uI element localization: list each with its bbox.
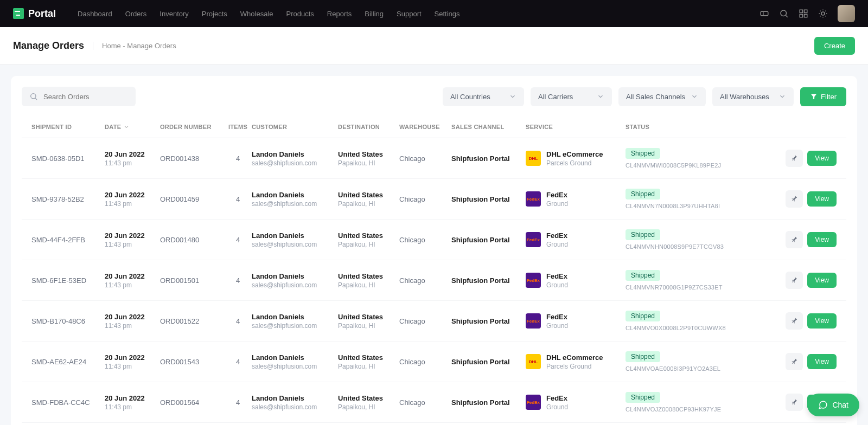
table-row: SMD-43EC-9D3420 Jun 202211:43 pmORD00158… xyxy=(22,423,846,425)
svg-point-1 xyxy=(781,10,787,16)
table-row: SMD-0638-05D120 Jun 202211:43 pmORD00143… xyxy=(22,138,846,179)
nav-item-settings[interactable]: Settings xyxy=(435,10,460,18)
pin-button[interactable] xyxy=(786,190,803,208)
table-row: SMD-B170-48C620 Jun 202211:43 pmORD00152… xyxy=(22,301,846,342)
chevron-down-icon xyxy=(778,93,786,100)
breadcrumb: Home - Manage Orders xyxy=(93,42,176,50)
pin-button[interactable] xyxy=(786,353,803,370)
view-button[interactable]: View xyxy=(807,273,837,288)
carrier-logo-icon: FedEx xyxy=(526,191,541,207)
col-service[interactable]: SERVICE xyxy=(526,124,626,130)
col-warehouse[interactable]: WAREHOUSE xyxy=(399,124,451,130)
nav-item-orders[interactable]: Orders xyxy=(125,10,147,18)
col-items[interactable]: ITEMS xyxy=(224,124,252,130)
filter-button[interactable]: Filter xyxy=(800,87,846,106)
cell-order-number: ORD001564 xyxy=(160,398,224,407)
col-order-number[interactable]: ORDER NUMBER xyxy=(160,124,224,130)
cell-customer: Landon Danielssales@shipfusion.com xyxy=(252,394,338,411)
nav-item-wholesale[interactable]: Wholesale xyxy=(240,10,273,18)
ticket-icon[interactable] xyxy=(760,9,769,18)
nav-item-projects[interactable]: Projects xyxy=(202,10,227,18)
pin-button[interactable] xyxy=(786,312,803,330)
cell-items: 4 xyxy=(224,276,252,285)
apps-grid-icon[interactable] xyxy=(799,9,808,18)
cell-actions: View xyxy=(761,272,837,289)
cell-items: 4 xyxy=(224,358,252,366)
cell-order-number: ORD001480 xyxy=(160,236,224,244)
carriers-dropdown[interactable]: All Carriers xyxy=(531,87,612,106)
col-date[interactable]: DATE xyxy=(105,124,160,130)
carriers-label: All Carriers xyxy=(538,93,573,101)
view-button[interactable]: View xyxy=(807,354,837,369)
nav-item-billing[interactable]: Billing xyxy=(365,10,384,18)
status-badge: Shipped xyxy=(626,148,660,159)
status-badge: Shipped xyxy=(626,189,660,199)
view-button[interactable]: View xyxy=(807,191,837,207)
status-badge: Shipped xyxy=(626,229,660,240)
cell-date: 20 Jun 202211:43 pm xyxy=(105,191,160,208)
col-destination[interactable]: DESTINATION xyxy=(338,124,399,130)
search-input[interactable] xyxy=(43,93,128,101)
search-box[interactable] xyxy=(22,87,136,106)
table-row: SMD-9378-52B220 Jun 202211:43 pmORD00145… xyxy=(22,179,846,220)
user-avatar[interactable] xyxy=(838,5,855,22)
cell-channel: Shipfusion Portal xyxy=(451,358,526,366)
cell-customer: Landon Danielssales@shipfusion.com xyxy=(252,191,338,208)
top-navbar: Portal DashboardOrdersInventoryProjectsW… xyxy=(0,0,868,27)
cell-actions: View xyxy=(761,312,837,330)
carrier-logo-icon: FedEx xyxy=(526,313,541,329)
chat-widget[interactable]: Chat xyxy=(807,394,859,416)
countries-dropdown[interactable]: All Countries xyxy=(443,87,524,106)
toolbar: All Countries All Carriers All Sales Cha… xyxy=(22,87,846,106)
nav-item-dashboard[interactable]: Dashboard xyxy=(78,10,112,18)
view-button[interactable]: View xyxy=(807,313,837,329)
nav-item-products[interactable]: Products xyxy=(286,10,314,18)
cell-channel: Shipfusion Portal xyxy=(451,236,526,244)
pin-icon xyxy=(790,195,798,203)
pin-button[interactable] xyxy=(786,272,803,289)
cell-destination: United StatesPapaikou, HI xyxy=(338,191,399,208)
cell-destination: United StatesPapaikou, HI xyxy=(338,313,399,330)
cell-shipment-id: SMD-6F1E-53ED xyxy=(31,276,105,285)
cell-customer: Landon Danielssales@shipfusion.com xyxy=(252,353,338,370)
col-customer[interactable]: CUSTOMER xyxy=(252,124,338,130)
cell-order-number: ORD001459 xyxy=(160,195,224,203)
cell-channel: Shipfusion Portal xyxy=(451,154,526,163)
search-icon[interactable] xyxy=(779,9,789,18)
pin-icon xyxy=(790,358,798,365)
cell-channel: Shipfusion Portal xyxy=(451,195,526,203)
cell-date: 20 Jun 202211:43 pm xyxy=(105,150,160,167)
nav-item-inventory[interactable]: Inventory xyxy=(159,10,188,18)
nav-item-reports[interactable]: Reports xyxy=(327,10,352,18)
view-button[interactable]: View xyxy=(807,151,837,166)
brand-logo[interactable]: Portal xyxy=(13,8,56,20)
pin-button[interactable] xyxy=(786,231,803,248)
nav-item-support[interactable]: Support xyxy=(397,10,422,18)
cell-items: 4 xyxy=(224,154,252,163)
tracking-number: CL4NMVNHN0008S9P9E7TCGV83 xyxy=(626,243,761,250)
chat-label: Chat xyxy=(832,401,848,409)
cell-actions: View xyxy=(761,190,837,208)
col-shipment-id[interactable]: SHIPMENT ID xyxy=(31,124,105,130)
breadcrumb-home[interactable]: Home xyxy=(102,42,121,50)
cell-warehouse: Chicago xyxy=(399,154,451,163)
col-status[interactable]: STATUS xyxy=(626,124,761,130)
pin-icon xyxy=(790,398,798,406)
pin-icon xyxy=(790,317,798,325)
cell-customer: Landon Danielssales@shipfusion.com xyxy=(252,150,338,167)
theme-toggle-icon[interactable] xyxy=(818,9,828,18)
warehouses-dropdown[interactable]: All Warehouses xyxy=(712,87,794,106)
cell-order-number: ORD001543 xyxy=(160,358,224,366)
cell-order-number: ORD001501 xyxy=(160,276,224,285)
chevron-down-icon xyxy=(597,93,604,100)
view-button[interactable]: View xyxy=(807,232,837,247)
create-button[interactable]: Create xyxy=(814,37,855,55)
col-sales-channel[interactable]: SALES CHANNEL xyxy=(451,124,526,130)
channels-dropdown[interactable]: All Sales Channels xyxy=(618,87,706,106)
tracking-number: CL4NMVOAE0008I3P91YO2A3EL xyxy=(626,365,761,372)
table-row: SMD-6F1E-53ED20 Jun 202211:43 pmORD00150… xyxy=(22,260,846,301)
cell-order-number: ORD001438 xyxy=(160,154,224,163)
pin-button[interactable] xyxy=(786,394,803,411)
pin-button[interactable] xyxy=(786,150,803,167)
status-badge: Shipped xyxy=(626,311,660,321)
